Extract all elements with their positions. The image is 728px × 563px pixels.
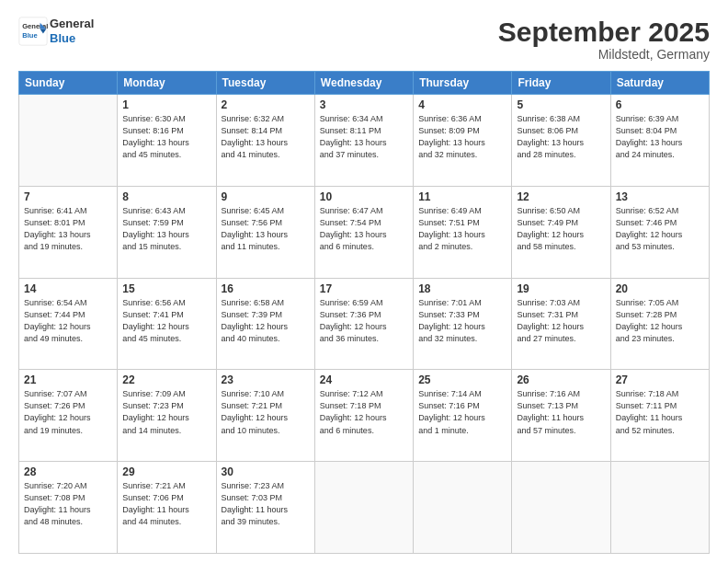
day-info: Sunrise: 6:36 AM Sunset: 8:09 PM Dayligh…: [418, 113, 506, 161]
day-number: 1: [122, 98, 210, 111]
calendar-week-5: 28Sunrise: 7:20 AM Sunset: 7:08 PM Dayli…: [19, 462, 710, 554]
weekday-header-sunday: Sunday: [19, 72, 118, 95]
calendar-cell: 13Sunrise: 6:52 AM Sunset: 7:46 PM Dayli…: [610, 186, 709, 278]
day-info: Sunrise: 6:58 AM Sunset: 7:39 PM Dayligh…: [222, 297, 310, 345]
weekday-header-saturday: Saturday: [610, 72, 709, 95]
day-info: Sunrise: 6:41 AM Sunset: 8:01 PM Dayligh…: [24, 205, 112, 253]
title-block: September 2025 Mildstedt, Germany: [498, 17, 710, 62]
logo-icon: General Blue: [18, 17, 48, 46]
weekday-header-tuesday: Tuesday: [216, 72, 314, 95]
weekday-header-wednesday: Wednesday: [314, 72, 413, 95]
day-info: Sunrise: 7:21 AM Sunset: 7:06 PM Dayligh…: [122, 480, 210, 528]
day-number: 21: [24, 373, 112, 386]
day-info: Sunrise: 7:18 AM Sunset: 7:11 PM Dayligh…: [616, 388, 704, 436]
day-number: 24: [320, 373, 408, 386]
day-info: Sunrise: 7:05 AM Sunset: 7:28 PM Dayligh…: [616, 297, 704, 345]
day-info: Sunrise: 6:50 AM Sunset: 7:49 PM Dayligh…: [517, 205, 605, 253]
calendar-cell: 30Sunrise: 7:23 AM Sunset: 7:03 PM Dayli…: [216, 462, 314, 554]
calendar-week-4: 21Sunrise: 7:07 AM Sunset: 7:26 PM Dayli…: [19, 370, 710, 462]
day-info: Sunrise: 6:30 AM Sunset: 8:16 PM Dayligh…: [122, 113, 210, 161]
day-number: 11: [418, 190, 506, 203]
calendar-cell: 28Sunrise: 7:20 AM Sunset: 7:08 PM Dayli…: [19, 462, 118, 554]
day-number: 8: [122, 190, 210, 203]
calendar-cell: 26Sunrise: 7:16 AM Sunset: 7:13 PM Dayli…: [512, 370, 610, 462]
calendar-cell: 18Sunrise: 7:01 AM Sunset: 7:33 PM Dayli…: [414, 278, 512, 370]
day-number: 17: [320, 282, 408, 295]
day-number: 10: [320, 190, 408, 203]
day-number: 13: [616, 190, 704, 203]
day-number: 19: [517, 282, 605, 295]
day-info: Sunrise: 6:32 AM Sunset: 8:14 PM Dayligh…: [222, 113, 310, 161]
day-info: Sunrise: 6:59 AM Sunset: 7:36 PM Dayligh…: [320, 297, 408, 345]
day-number: 7: [24, 190, 112, 203]
weekday-header-monday: Monday: [118, 72, 216, 95]
calendar-cell: 21Sunrise: 7:07 AM Sunset: 7:26 PM Dayli…: [19, 370, 118, 462]
calendar-cell: [512, 462, 610, 554]
day-number: 28: [24, 465, 112, 478]
day-info: Sunrise: 7:03 AM Sunset: 7:31 PM Dayligh…: [517, 297, 605, 345]
logo: General Blue General Blue: [18, 17, 94, 46]
day-number: 2: [222, 98, 310, 111]
calendar-cell: 5Sunrise: 6:38 AM Sunset: 8:06 PM Daylig…: [512, 95, 610, 187]
day-number: 5: [517, 98, 605, 111]
day-number: 30: [222, 465, 310, 478]
day-number: 16: [222, 282, 310, 295]
day-info: Sunrise: 6:52 AM Sunset: 7:46 PM Dayligh…: [616, 205, 704, 253]
weekday-header-friday: Friday: [512, 72, 610, 95]
day-number: 23: [222, 373, 310, 386]
calendar-cell: 14Sunrise: 6:54 AM Sunset: 7:44 PM Dayli…: [19, 278, 118, 370]
calendar-week-3: 14Sunrise: 6:54 AM Sunset: 7:44 PM Dayli…: [19, 278, 710, 370]
day-number: 15: [122, 282, 210, 295]
calendar-cell: 12Sunrise: 6:50 AM Sunset: 7:49 PM Dayli…: [512, 186, 610, 278]
weekday-header-thursday: Thursday: [414, 72, 512, 95]
calendar-cell: 1Sunrise: 6:30 AM Sunset: 8:16 PM Daylig…: [118, 95, 216, 187]
calendar-cell: 17Sunrise: 6:59 AM Sunset: 7:36 PM Dayli…: [314, 278, 413, 370]
day-info: Sunrise: 7:23 AM Sunset: 7:03 PM Dayligh…: [222, 480, 310, 528]
day-info: Sunrise: 7:01 AM Sunset: 7:33 PM Dayligh…: [418, 297, 506, 345]
day-info: Sunrise: 6:43 AM Sunset: 7:59 PM Dayligh…: [122, 205, 210, 253]
calendar-week-2: 7Sunrise: 6:41 AM Sunset: 8:01 PM Daylig…: [19, 186, 710, 278]
calendar-week-1: 1Sunrise: 6:30 AM Sunset: 8:16 PM Daylig…: [19, 95, 710, 187]
day-info: Sunrise: 7:10 AM Sunset: 7:21 PM Dayligh…: [222, 388, 310, 436]
day-number: 4: [418, 98, 506, 111]
weekday-header-row: SundayMondayTuesdayWednesdayThursdayFrid…: [19, 72, 710, 95]
day-number: 20: [616, 282, 704, 295]
day-number: 14: [24, 282, 112, 295]
day-info: Sunrise: 7:20 AM Sunset: 7:08 PM Dayligh…: [24, 480, 112, 528]
day-info: Sunrise: 7:16 AM Sunset: 7:13 PM Dayligh…: [517, 388, 605, 436]
day-info: Sunrise: 6:54 AM Sunset: 7:44 PM Dayligh…: [24, 297, 112, 345]
month-year: September 2025: [498, 17, 710, 47]
calendar-cell: 10Sunrise: 6:47 AM Sunset: 7:54 PM Dayli…: [314, 186, 413, 278]
day-info: Sunrise: 7:12 AM Sunset: 7:18 PM Dayligh…: [320, 388, 408, 436]
calendar-cell: [414, 462, 512, 554]
day-number: 6: [616, 98, 704, 111]
calendar-cell: 16Sunrise: 6:58 AM Sunset: 7:39 PM Dayli…: [216, 278, 314, 370]
calendar-cell: 3Sunrise: 6:34 AM Sunset: 8:11 PM Daylig…: [314, 95, 413, 187]
calendar-cell: 23Sunrise: 7:10 AM Sunset: 7:21 PM Dayli…: [216, 370, 314, 462]
calendar-cell: [610, 462, 709, 554]
day-info: Sunrise: 7:07 AM Sunset: 7:26 PM Dayligh…: [24, 388, 112, 436]
calendar-cell: 4Sunrise: 6:36 AM Sunset: 8:09 PM Daylig…: [414, 95, 512, 187]
day-info: Sunrise: 6:45 AM Sunset: 7:56 PM Dayligh…: [222, 205, 310, 253]
calendar-cell: [19, 95, 118, 187]
day-number: 12: [517, 190, 605, 203]
day-number: 18: [418, 282, 506, 295]
day-info: Sunrise: 6:56 AM Sunset: 7:41 PM Dayligh…: [122, 297, 210, 345]
location: Mildstedt, Germany: [498, 47, 710, 62]
calendar-cell: 25Sunrise: 7:14 AM Sunset: 7:16 PM Dayli…: [414, 370, 512, 462]
day-number: 22: [122, 373, 210, 386]
calendar-cell: 2Sunrise: 6:32 AM Sunset: 8:14 PM Daylig…: [216, 95, 314, 187]
day-info: Sunrise: 7:09 AM Sunset: 7:23 PM Dayligh…: [122, 388, 210, 436]
day-number: 27: [616, 373, 704, 386]
header: General Blue General Blue September 2025…: [18, 17, 710, 62]
calendar-cell: [314, 462, 413, 554]
day-info: Sunrise: 6:38 AM Sunset: 8:06 PM Dayligh…: [517, 113, 605, 161]
calendar-cell: 22Sunrise: 7:09 AM Sunset: 7:23 PM Dayli…: [118, 370, 216, 462]
day-info: Sunrise: 6:47 AM Sunset: 7:54 PM Dayligh…: [320, 205, 408, 253]
day-info: Sunrise: 6:39 AM Sunset: 8:04 PM Dayligh…: [616, 113, 704, 161]
calendar-cell: 6Sunrise: 6:39 AM Sunset: 8:04 PM Daylig…: [610, 95, 709, 187]
page: General Blue General Blue September 2025…: [0, 0, 728, 563]
day-info: Sunrise: 6:49 AM Sunset: 7:51 PM Dayligh…: [418, 205, 506, 253]
day-number: 29: [122, 465, 210, 478]
svg-text:Blue: Blue: [22, 31, 37, 40]
